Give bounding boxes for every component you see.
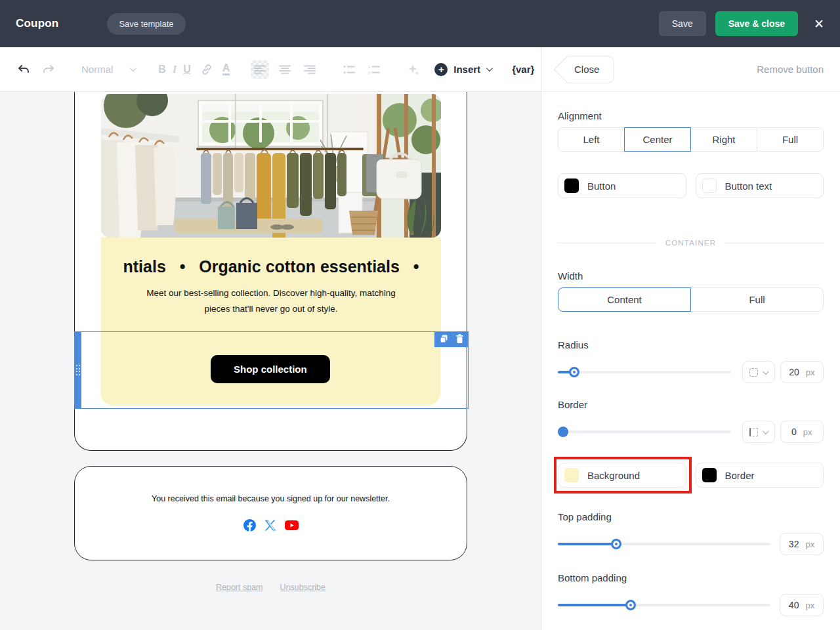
top-padding-slider[interactable] [558, 543, 770, 545]
container-color-row: Background Border [558, 463, 824, 488]
report-spam-link[interactable]: Report spam [216, 583, 263, 592]
youtube-icon[interactable] [285, 520, 299, 530]
panel-close-label: Close [574, 64, 599, 75]
button-text-color-picker[interactable]: Button text [696, 173, 824, 198]
align-left-icon[interactable] [251, 60, 269, 79]
delete-icon[interactable] [455, 334, 464, 344]
save-template-button[interactable]: Save template [107, 13, 185, 35]
insert-dropdown[interactable]: + Insert [434, 63, 491, 76]
variable-button[interactable]: {var} [512, 64, 534, 75]
hero-paragraph[interactable]: Meet our best-selling collection. Discov… [140, 285, 402, 316]
bold-icon[interactable]: B [158, 64, 166, 75]
text-color-icon[interactable]: A [222, 63, 230, 76]
border-color-swatch [702, 468, 717, 482]
facebook-icon[interactable] [243, 519, 256, 532]
email-footer-card[interactable]: You received this email because you sign… [74, 466, 467, 560]
top-padding-value-box[interactable]: 32 px [780, 533, 824, 555]
italic-icon[interactable]: I [173, 64, 177, 75]
border-label: Border [558, 399, 824, 410]
top-padding-unit: px [805, 539, 814, 549]
email-canvas: ntials • Organic cotton essentials • Mee… [0, 92, 541, 630]
radius-label: Radius [558, 339, 824, 350]
selected-button-block[interactable]: Shop collection [74, 331, 469, 409]
social-icons-row [75, 519, 467, 532]
button-text-color-swatch [702, 178, 717, 193]
bullet-list-icon[interactable] [340, 60, 358, 79]
compliance-links: Report spam Unsubscribe [74, 583, 467, 592]
alignment-segmented-control: Left Center Right Full [558, 127, 824, 152]
button-block-background: Shop collection [100, 332, 440, 406]
chevron-down-icon [763, 428, 769, 434]
bottom-padding-unit: px [805, 600, 814, 610]
corner-radius-icon [749, 368, 758, 377]
border-slider[interactable] [558, 430, 731, 433]
radius-unit: px [806, 368, 815, 377]
block-drag-handle[interactable] [75, 332, 81, 408]
border-row: 0 px [558, 421, 824, 443]
chevron-down-icon [763, 368, 769, 375]
ai-sparkle-icon[interactable] [404, 60, 423, 79]
radius-corner-dropdown[interactable] [742, 361, 775, 383]
formatting-toolbar: Normal B I U A 12 + [0, 47, 541, 92]
shop-collection-button[interactable]: Shop collection [211, 355, 330, 383]
insert-label: Insert [453, 64, 480, 75]
radius-value-box[interactable]: 20 px [780, 361, 824, 383]
alignment-label: Alignment [558, 110, 824, 121]
editor-column: Normal B I U A 12 + [0, 47, 541, 630]
top-padding-value: 32 [789, 539, 799, 549]
width-option-full[interactable]: Full [690, 287, 824, 312]
alignment-option-right[interactable]: Right [690, 127, 757, 152]
border-side-icon [749, 428, 758, 436]
duplicate-icon[interactable] [439, 334, 449, 344]
email-body-card[interactable]: ntials • Organic cotton essentials • Mee… [74, 92, 467, 451]
hero-text-section[interactable]: ntials • Organic cotton essentials • Mee… [101, 238, 441, 331]
background-color-swatch [564, 468, 579, 482]
save-button[interactable]: Save [659, 11, 706, 36]
close-editor-icon[interactable]: ✕ [814, 18, 824, 30]
chevron-down-icon [130, 65, 136, 72]
background-color-picker[interactable]: Background [558, 463, 686, 488]
button-text-color-label: Button text [725, 180, 772, 192]
button-color-label: Button [587, 180, 616, 192]
radius-row: 20 px [558, 361, 824, 383]
undo-icon[interactable] [14, 60, 33, 79]
width-option-content[interactable]: Content [558, 287, 691, 312]
bottom-padding-label: Bottom padding [558, 572, 824, 583]
border-value-box[interactable]: 0 px [780, 421, 824, 443]
footer-text[interactable]: You received this email because you sign… [75, 494, 467, 503]
button-color-picker[interactable]: Button [558, 173, 686, 198]
topbar: Coupon Save template Save Save & close ✕ [0, 0, 840, 47]
alignment-option-center[interactable]: Center [624, 127, 691, 152]
chevron-down-icon [486, 65, 493, 72]
marquee-heading[interactable]: ntials • Organic cotton essentials • [101, 257, 441, 276]
bottom-padding-value-box[interactable]: 40 px [780, 594, 824, 616]
align-center-icon[interactable] [276, 60, 294, 79]
border-color-picker[interactable]: Border [696, 463, 824, 488]
background-color-label: Background [587, 470, 640, 481]
remove-button-link[interactable]: Remove button [757, 64, 824, 75]
panel-close-button[interactable]: Close [568, 56, 614, 83]
radius-slider[interactable] [558, 371, 731, 373]
bottom-padding-slider[interactable] [558, 604, 770, 606]
panel-body: Alignment Left Center Right Full Button … [541, 92, 840, 616]
block-actions [434, 331, 469, 347]
redo-icon[interactable] [39, 60, 58, 79]
svg-text:1: 1 [368, 65, 371, 69]
panel-header: Close Remove button [541, 47, 840, 92]
x-twitter-icon[interactable] [264, 520, 276, 531]
underline-icon[interactable]: U [183, 64, 191, 75]
link-icon[interactable] [198, 60, 216, 79]
alignment-option-left[interactable]: Left [558, 127, 625, 152]
hero-image[interactable] [101, 94, 441, 238]
border-unit: px [803, 427, 812, 437]
alignment-option-full[interactable]: Full [757, 127, 824, 152]
unsubscribe-link[interactable]: Unsubscribe [280, 583, 326, 592]
width-label: Width [558, 270, 824, 282]
border-value: 0 [791, 427, 797, 437]
container-section-divider: CONTAINER [558, 239, 824, 247]
paragraph-style-dropdown[interactable]: Normal [79, 64, 137, 75]
align-right-icon[interactable] [301, 60, 319, 79]
border-side-dropdown[interactable] [742, 421, 775, 443]
save-and-close-button[interactable]: Save & close [715, 11, 798, 36]
numbered-list-icon[interactable]: 12 [365, 60, 383, 79]
